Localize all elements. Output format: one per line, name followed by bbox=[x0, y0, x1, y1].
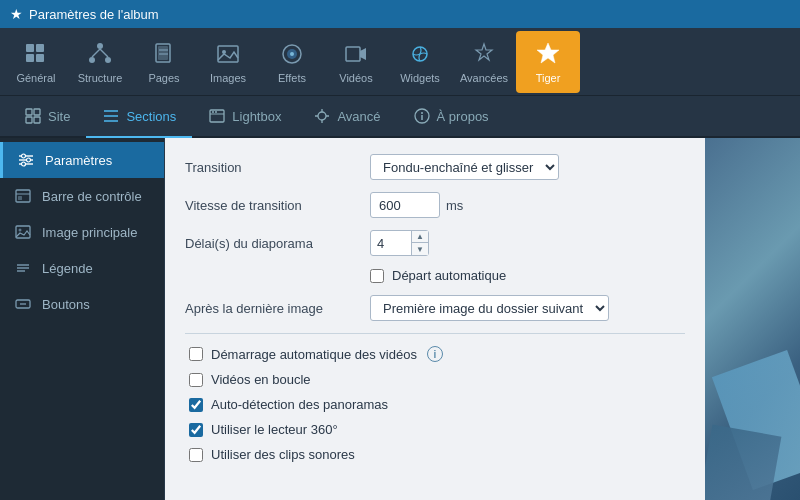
tab-lightbox-label: Lightbox bbox=[232, 109, 281, 124]
cb-videos-boucle-label: Vidéos en boucle bbox=[211, 372, 311, 387]
boutons-icon bbox=[14, 295, 32, 313]
tab-apropos-label: À propos bbox=[437, 109, 489, 124]
svg-rect-46 bbox=[16, 190, 30, 202]
svg-point-33 bbox=[318, 112, 326, 120]
toolbar-pages[interactable]: Pages bbox=[132, 31, 196, 93]
svg-point-39 bbox=[22, 154, 26, 158]
vitesse-label: Vitesse de transition bbox=[185, 198, 360, 213]
apres-label: Après la dernière image bbox=[185, 301, 360, 316]
spinner-down[interactable]: ▼ bbox=[412, 243, 428, 255]
toolbar-structure[interactable]: Structure bbox=[68, 31, 132, 93]
sections-icon bbox=[102, 107, 120, 125]
svg-rect-3 bbox=[36, 54, 44, 62]
svg-rect-1 bbox=[36, 44, 44, 52]
svg-point-50 bbox=[19, 229, 22, 232]
svg-line-7 bbox=[92, 49, 100, 57]
depart-auto-checkbox[interactable] bbox=[370, 269, 384, 283]
tab-site-label: Site bbox=[48, 109, 70, 124]
transition-row: Transition Fondu-enchaîné et glisser Fon… bbox=[185, 154, 685, 180]
toolbar-videos[interactable]: Vidéos bbox=[324, 31, 388, 93]
preview-shape-2 bbox=[705, 425, 781, 500]
toolbar-videos-label: Vidéos bbox=[339, 72, 372, 84]
svg-rect-24 bbox=[26, 117, 32, 123]
pages-icon bbox=[150, 40, 178, 68]
sidebar-legende-label: Légende bbox=[42, 261, 93, 276]
delai-input[interactable] bbox=[371, 233, 411, 254]
svg-rect-25 bbox=[34, 117, 40, 123]
videos-icon bbox=[342, 40, 370, 68]
tab-lightbox[interactable]: Lightbox bbox=[192, 96, 297, 138]
toolbar-tiger[interactable]: Tiger bbox=[516, 31, 580, 93]
svg-rect-48 bbox=[18, 196, 22, 200]
svg-rect-0 bbox=[26, 44, 34, 52]
toolbar-avancees[interactable]: Avancées bbox=[452, 31, 516, 93]
cb-lecteur-360[interactable] bbox=[189, 423, 203, 437]
svg-rect-23 bbox=[34, 109, 40, 115]
toolbar-effets[interactable]: Effets bbox=[260, 31, 324, 93]
apres-control: Première image du dossier suivant Arrête… bbox=[370, 295, 609, 321]
vitesse-row: Vitesse de transition ms bbox=[185, 192, 685, 218]
general-icon bbox=[22, 40, 50, 68]
spinner-up[interactable]: ▲ bbox=[412, 231, 428, 243]
svg-rect-2 bbox=[26, 54, 34, 62]
right-preview-panel bbox=[705, 138, 800, 500]
svg-point-4 bbox=[97, 43, 103, 49]
transition-select[interactable]: Fondu-enchaîné et glisser Fondu simple G… bbox=[370, 154, 559, 180]
apres-select[interactable]: Première image du dossier suivant Arrête… bbox=[370, 295, 609, 321]
toolbar-widgets[interactable]: Widgets bbox=[388, 31, 452, 93]
checkbox-demarrage-videos: Démarrage automatique des vidéos i bbox=[185, 346, 685, 362]
lightbox-icon bbox=[208, 107, 226, 125]
structure-icon bbox=[86, 40, 114, 68]
avancees-icon bbox=[470, 40, 498, 68]
tab-avance[interactable]: Avancé bbox=[297, 96, 396, 138]
toolbar-avancees-label: Avancées bbox=[460, 72, 508, 84]
tab-site[interactable]: Site bbox=[8, 96, 86, 138]
depart-auto-row: Départ automatique bbox=[185, 268, 685, 283]
toolbar-general[interactable]: Général bbox=[4, 31, 68, 93]
divider bbox=[185, 333, 685, 334]
cb-videos-boucle[interactable] bbox=[189, 373, 203, 387]
title-bar-icon: ★ bbox=[10, 6, 23, 22]
cb-clips-sonores-label: Utiliser des clips sonores bbox=[211, 447, 355, 462]
cb-clips-sonores[interactable] bbox=[189, 448, 203, 462]
sidebar-item-boutons[interactable]: Boutons bbox=[0, 286, 164, 322]
vitesse-input[interactable] bbox=[370, 192, 440, 218]
sidebar-image-label: Image principale bbox=[42, 225, 137, 240]
title-bar-label: Paramètres de l'album bbox=[29, 7, 159, 22]
toolbar-general-label: Général bbox=[16, 72, 55, 84]
sidebar-boutons-label: Boutons bbox=[42, 297, 90, 312]
top-toolbar: Général Structure Pages Images bbox=[0, 28, 800, 96]
sidebar-item-parametres[interactable]: Paramètres bbox=[0, 142, 164, 178]
sidebar-item-barre[interactable]: Barre de contrôle bbox=[0, 178, 164, 214]
toolbar-pages-label: Pages bbox=[148, 72, 179, 84]
cb-auto-detection-label: Auto-détection des panoramas bbox=[211, 397, 388, 412]
depart-auto-label: Départ automatique bbox=[392, 268, 506, 283]
content-panel: Transition Fondu-enchaîné et glisser Fon… bbox=[165, 138, 705, 500]
tab-avance-label: Avancé bbox=[337, 109, 380, 124]
tab-apropos[interactable]: À propos bbox=[397, 96, 505, 138]
parametres-icon bbox=[17, 151, 35, 169]
toolbar-structure-label: Structure bbox=[78, 72, 123, 84]
svg-point-6 bbox=[105, 57, 111, 63]
cb-lecteur-360-label: Utiliser le lecteur 360° bbox=[211, 422, 338, 437]
tiger-icon bbox=[534, 40, 562, 68]
svg-rect-10 bbox=[158, 46, 168, 60]
widgets-icon bbox=[406, 40, 434, 68]
barre-icon bbox=[14, 187, 32, 205]
tab-sections[interactable]: Sections bbox=[86, 96, 192, 138]
info-icon-videos[interactable]: i bbox=[427, 346, 443, 362]
toolbar-tiger-label: Tiger bbox=[536, 72, 561, 84]
sidebar-item-image[interactable]: Image principale bbox=[0, 214, 164, 250]
checkbox-auto-detection: Auto-détection des panoramas bbox=[185, 397, 685, 412]
sidebar-item-legende[interactable]: Légende bbox=[0, 250, 164, 286]
avance-icon bbox=[313, 107, 331, 125]
toolbar-images[interactable]: Images bbox=[196, 31, 260, 93]
images-icon bbox=[214, 40, 242, 68]
image-icon bbox=[14, 223, 32, 241]
apropos-icon bbox=[413, 107, 431, 125]
cb-demarrage-auto-videos[interactable] bbox=[189, 347, 203, 361]
transition-control: Fondu-enchaîné et glisser Fondu simple G… bbox=[370, 154, 559, 180]
vitesse-control: ms bbox=[370, 192, 463, 218]
cb-auto-detection[interactable] bbox=[189, 398, 203, 412]
transition-label: Transition bbox=[185, 160, 360, 175]
